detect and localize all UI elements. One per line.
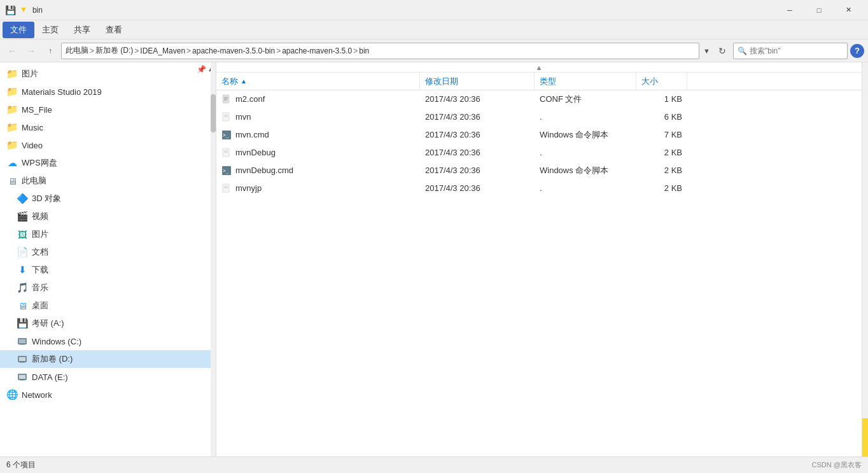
forward-button[interactable]: → (23, 43, 39, 59)
minimize-button[interactable]: ─ (775, 0, 804, 20)
svg-rect-7 (19, 375, 25, 379)
file-type-cell: . (535, 180, 636, 197)
path-idea: IDEA_Maven (140, 46, 185, 55)
sidebar-item-label: 下载 (32, 264, 48, 276)
sidebar-item-materials[interactable]: 📁 Materials Studio 2019 (0, 83, 216, 101)
file-size-cell: 1 KB (636, 90, 687, 108)
sidebar-item-label: Network (22, 390, 52, 400)
cloud-icon: ☁ (6, 157, 18, 169)
desktop-icon: 🖥 (17, 300, 28, 311)
sidebar-item-pics[interactable]: 🖼 图片 (0, 225, 216, 243)
sidebar-item-drive-e[interactable]: DATA (E:) (0, 368, 216, 386)
quick-save-icon[interactable]: 💾 (5, 5, 16, 15)
file-name: mvnyjp (235, 183, 262, 193)
sidebar-item-network[interactable]: 🌐 Network (0, 386, 216, 404)
table-row[interactable]: mvn 2017/4/3 20:36 . 6 KB (216, 108, 862, 126)
table-row[interactable]: m2.conf 2017/4/3 20:36 CONF 文件 1 KB (216, 90, 862, 108)
generic-file-icon (221, 112, 232, 122)
path-dropdown-arrow[interactable]: ▼ (702, 47, 711, 55)
svg-rect-2 (20, 344, 25, 345)
generic-file-icon (221, 148, 232, 158)
file-date-cell: 2017/4/3 20:36 (420, 126, 535, 143)
sidebar-item-label: 此电脑 (22, 175, 46, 187)
sidebar-item-drive-c[interactable]: Windows (C:) (0, 332, 216, 350)
folder-icon: 📁 (6, 122, 18, 133)
help-button[interactable]: ? (850, 44, 864, 58)
sidebar-item-drive-d[interactable]: 新加卷 (D:) (0, 350, 216, 368)
sidebar-item-desktop[interactable]: 🖥 桌面 (0, 297, 216, 314)
sidebar-scroll: 📁 图片 📁 Materials Studio 2019 📁 MS_File 📁… (0, 62, 216, 456)
col-type-label: 类型 (540, 76, 556, 87)
path-maven: apache-maven-3.5.0 (282, 46, 352, 55)
menu-file[interactable]: 文件 (3, 22, 34, 38)
file-date-cell: 2017/4/3 20:36 (420, 144, 535, 161)
sort-asc-icon: ▲ (241, 78, 247, 85)
generic-file-icon (221, 183, 232, 194)
file-size-cell: 2 KB (636, 162, 687, 179)
menu-view[interactable]: 查看 (98, 22, 130, 38)
status-count: 6 个项目 (6, 460, 36, 470)
table-row[interactable]: mvnDebug 2017/4/3 20:36 . 2 KB (216, 144, 862, 162)
sidebar-scrollbar-thumb (211, 94, 216, 132)
refresh-button[interactable]: ↻ (714, 43, 731, 59)
file-size-cell: 2 KB (636, 144, 687, 161)
drive-c-icon (17, 335, 28, 347)
close-button[interactable]: ✕ (834, 0, 863, 20)
folder-icon: 📁 (6, 86, 18, 97)
svg-rect-5 (20, 362, 25, 363)
sidebar-item-this-pc[interactable]: 🖥 此电脑 (0, 172, 216, 190)
right-scrollbar[interactable] (862, 62, 868, 456)
table-row[interactable]: >_ mvn.cmd 2017/4/3 20:36 Windows 命令脚本 7… (216, 126, 862, 144)
status-bar: 6 个项目 CSDN @黑衣客 (0, 456, 868, 473)
file-name-cell: m2.conf (216, 90, 420, 108)
maximize-button[interactable]: □ (804, 0, 834, 20)
pin-icon[interactable]: 📌 (197, 65, 206, 74)
sidebar-item-downloads[interactable]: ⬇ 下载 (0, 261, 216, 279)
file-name-cell: >_ mvnDebug.cmd (216, 162, 420, 179)
sidebar-item-docs[interactable]: 📄 文档 (0, 243, 216, 261)
file-name: mvn.cmd (235, 130, 269, 139)
table-row[interactable]: >_ mvnDebug.cmd 2017/4/3 20:36 Windows 命… (216, 162, 862, 180)
up-button[interactable]: ↑ (42, 43, 59, 59)
video-icon: 🎬 (17, 211, 28, 222)
sidebar-item-musics[interactable]: 🎵 音乐 (0, 279, 216, 297)
menu-share[interactable]: 共享 (66, 22, 98, 38)
search-input[interactable] (750, 46, 843, 55)
sidebar-item-label: 考研 (A:) (32, 318, 64, 329)
sidebar-item-videos[interactable]: 🎬 视频 (0, 208, 216, 225)
sidebar-item-label: Materials Studio 2019 (22, 87, 102, 97)
file-type-cell: Windows 命令脚本 (535, 162, 636, 179)
col-header-size[interactable]: 大小 (636, 73, 687, 90)
svg-text:>_: >_ (223, 168, 229, 174)
title-bar-icons: 💾 ▼ (5, 5, 27, 15)
file-date-cell: 2017/4/3 20:36 (420, 162, 535, 179)
drive-e-icon (17, 371, 28, 383)
3d-icon: 🔷 (17, 193, 28, 204)
sidebar-item-drive-a[interactable]: 💾 考研 (A:) (0, 314, 216, 332)
table-row[interactable]: mvnyjp 2017/4/3 20:36 . 2 KB (216, 180, 862, 197)
sidebar-scrollbar[interactable] (211, 62, 216, 456)
address-path[interactable]: 此电脑 > 新加卷 (D:) > IDEA_Maven > apache-mav… (61, 43, 699, 59)
title-bar: 💾 ▼ bin ─ □ ✕ (0, 0, 868, 20)
col-header-name[interactable]: 名称 ▲ (216, 73, 420, 90)
search-box[interactable]: 🔍 (733, 43, 848, 59)
sidebar-item-ms-file[interactable]: 📁 MS_File (0, 101, 216, 118)
sidebar-item-pictures[interactable]: 📁 图片 (0, 65, 216, 83)
sidebar-item-wps[interactable]: ☁ WPS网盘 (0, 154, 216, 172)
file-name-cell: >_ mvn.cmd (216, 126, 420, 143)
col-header-date[interactable]: 修改日期 (420, 73, 535, 90)
menu-home[interactable]: 主页 (34, 22, 66, 38)
svg-text:>_: >_ (223, 132, 229, 138)
sidebar-item-video-folder[interactable]: 📁 Video (0, 136, 216, 154)
back-button[interactable]: ← (4, 43, 20, 59)
undo-icon[interactable]: ▼ (20, 5, 27, 15)
sidebar-item-3d[interactable]: 🔷 3D 对象 (0, 190, 216, 208)
address-bar: ← → ↑ 此电脑 > 新加卷 (D:) > IDEA_Maven > apac… (0, 39, 868, 62)
col-header-type[interactable]: 类型 (535, 73, 636, 90)
sidebar-item-label: 文档 (32, 246, 48, 258)
conf-file-icon (221, 94, 232, 104)
sidebar-item-music-folder[interactable]: 📁 Music (0, 118, 216, 136)
sidebar-item-label: 音乐 (32, 282, 48, 293)
sidebar-item-label: Video (22, 141, 43, 150)
sidebar-item-label: WPS网盘 (22, 157, 57, 169)
